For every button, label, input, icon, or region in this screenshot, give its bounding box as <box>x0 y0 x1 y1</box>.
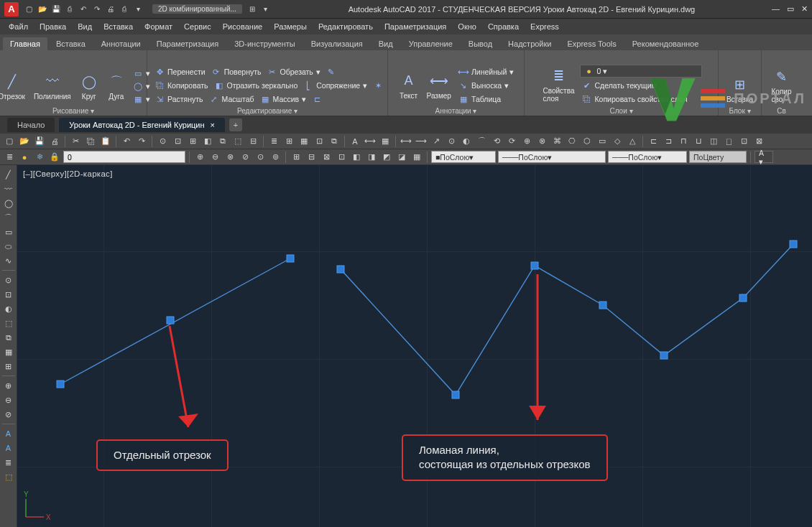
vt-icon[interactable]: ⬚ <box>2 317 15 330</box>
tb-icon[interactable]: ▭ <box>596 135 609 148</box>
tb-icon[interactable]: ⊙ <box>156 135 169 148</box>
tb-icon[interactable]: ⊗ <box>223 151 236 164</box>
color-combo[interactable]: ■ ПоСлою ▾ <box>431 151 496 163</box>
menu-insert[interactable]: Вставка <box>99 21 137 32</box>
vt-arc-icon[interactable]: ⌒ <box>2 211 15 224</box>
vt-ellipse-icon[interactable]: ⬭ <box>2 240 15 253</box>
mirror-button[interactable]: ◧Отразить зеркально <box>213 80 300 91</box>
copy-button[interactable]: ⿻Копировать <box>153 80 210 91</box>
rotate-button[interactable]: ⟳Повернуть <box>210 66 263 78</box>
plotstyle-combo[interactable]: ПоЦвету <box>689 151 747 163</box>
fillet-button[interactable]: ⎣Сопряжение ▾ <box>302 80 369 91</box>
grip[interactable] <box>337 266 344 273</box>
tb-icon[interactable]: ⊡ <box>171 135 184 148</box>
menu-format[interactable]: Формат <box>140 21 177 32</box>
tb-icon[interactable]: ⊡ <box>313 135 326 148</box>
tb-icon[interactable]: ◫ <box>707 135 720 148</box>
line-button[interactable]: ╱Отрезок <box>0 71 28 102</box>
menu-window[interactable]: Окно <box>453 21 481 32</box>
table-button[interactable]: ▦Таблица <box>457 93 515 105</box>
arc-button[interactable]: ⌒Дуга <box>104 71 129 102</box>
tb-icon[interactable]: ⊕ <box>193 151 206 164</box>
copy-props-button[interactable]: ✎Копир сво <box>769 66 795 105</box>
menu-edit[interactable]: Правка <box>35 21 70 32</box>
circle-button[interactable]: ◯Круг <box>77 71 101 102</box>
vt-icon[interactable]: ⊞ <box>2 360 15 373</box>
vt-icon[interactable]: ⊡ <box>2 288 15 301</box>
layer-dropdown[interactable]: ●0 ▾ <box>580 65 702 78</box>
maximize-icon[interactable]: ▭ <box>787 4 794 14</box>
line-segment[interactable] <box>60 258 290 384</box>
lineweight-combo[interactable]: ─── ПоСлою ▾ <box>608 151 687 163</box>
tb-icon[interactable]: ◇ <box>611 135 624 148</box>
trim-button[interactable]: ✂Обрезать ▾ <box>266 66 322 78</box>
move-button[interactable]: ✥Перенести <box>153 66 207 78</box>
tb-icon[interactable]: ⊘ <box>239 151 252 164</box>
tb-icon[interactable]: A <box>349 135 361 148</box>
tb-icon[interactable]: ⊏ <box>647 135 660 148</box>
tb-icon[interactable]: ⊖ <box>208 151 221 164</box>
ribbon-tab-param[interactable]: Параметризация <box>149 37 226 50</box>
grip[interactable] <box>167 317 174 324</box>
ribbon-tab-3d[interactable]: 3D-инструменты <box>227 37 303 50</box>
menu-express[interactable]: Express <box>526 21 563 32</box>
ribbon-tab-view[interactable]: Вид <box>372 37 400 50</box>
close-icon[interactable]: ✕ <box>801 4 808 14</box>
vt-pline-icon[interactable]: 〰 <box>2 182 15 195</box>
vt-spline-icon[interactable]: ∿ <box>2 254 15 267</box>
panel-annot-label[interactable]: Аннотации ▾ <box>435 105 477 115</box>
layer-tb-icon[interactable]: ≣ <box>3 151 16 164</box>
freeze-icon[interactable]: ❄ <box>33 151 46 164</box>
ribbon-tab-home[interactable]: Главная <box>3 37 47 50</box>
tb-icon[interactable]: ◐ <box>460 135 473 148</box>
tb-icon[interactable]: 🖨 <box>48 135 61 148</box>
tb-icon[interactable]: ◨ <box>365 151 378 164</box>
tb-icon[interactable]: ⧉ <box>216 135 229 148</box>
tb-icon[interactable]: ▢ <box>3 135 16 148</box>
ribbon-tab-addin[interactable]: Надстройки <box>501 37 558 50</box>
plot-icon[interactable]: ⎙ <box>119 4 130 15</box>
tb-icon[interactable]: ◪ <box>395 151 408 164</box>
vt-line-icon[interactable]: ╱ <box>2 168 15 181</box>
tb-icon[interactable]: ⊞ <box>186 135 199 148</box>
tb-icon[interactable]: ⬡ <box>581 135 594 148</box>
tb-icon[interactable]: ↗ <box>430 135 443 148</box>
make-current-button[interactable]: ✔Сделать текущим <box>580 80 702 91</box>
panel-props-label[interactable]: Св <box>777 105 786 115</box>
tab-new-button[interactable]: + <box>229 118 242 131</box>
tb-icon[interactable]: 💾 <box>33 135 46 148</box>
undo-icon[interactable]: ↶ <box>78 4 89 15</box>
polyline-button[interactable]: 〰Полилиния <box>31 71 74 102</box>
tb-icon[interactable]: ▦ <box>297 135 310 148</box>
workspace-selector[interactable]: 2D комбинированный... <box>152 4 242 14</box>
menu-help[interactable]: Справка <box>484 21 523 32</box>
menu-dimen[interactable]: Размеры <box>269 21 311 32</box>
tb-icon[interactable]: ◧ <box>350 151 363 164</box>
copy-layer-props-button[interactable]: ⿻Копировать свойства слоя <box>580 93 702 105</box>
tab-active-doc[interactable]: Уроки Автокад 2D - Евгений Курицин× <box>59 118 225 132</box>
vt-text-icon[interactable]: A <box>2 427 15 440</box>
tb-icon[interactable]: ▦ <box>410 151 423 164</box>
tb-icon[interactable]: ⌘ <box>550 135 563 148</box>
panel-layers-label[interactable]: Слои ▾ <box>609 105 632 115</box>
panel-draw-label[interactable]: Рисование ▾ <box>52 105 94 115</box>
menu-draw[interactable]: Рисование <box>218 21 267 32</box>
tb-icon[interactable]: ▦ <box>379 135 392 148</box>
ribbon-tab-annot[interactable]: Аннотации <box>94 37 148 50</box>
polyline[interactable] <box>341 244 793 395</box>
tb-icon[interactable]: ≣ <box>267 135 280 148</box>
tb-icon[interactable]: ⎕ <box>722 135 735 148</box>
tab-close-icon[interactable]: × <box>211 121 215 129</box>
tb-icon[interactable]: ⊠ <box>752 135 765 148</box>
ribbon-tab-insert[interactable]: Вставка <box>49 37 93 50</box>
linetype-combo[interactable]: ─── ПоСлою ▾ <box>498 151 606 163</box>
tb-icon[interactable]: ◩ <box>380 151 393 164</box>
tb-icon[interactable]: △ <box>626 135 639 148</box>
vt-icon[interactable]: ⧉ <box>2 331 15 344</box>
tb-icon[interactable]: ⊓ <box>677 135 690 148</box>
vt-icon[interactable]: ⊕ <box>2 379 15 392</box>
linear-dim-button[interactable]: ⟷Линейный ▾ <box>457 66 515 78</box>
print-icon[interactable]: 🖨 <box>105 4 116 15</box>
layer-current-field[interactable] <box>63 151 185 163</box>
save-icon[interactable]: 💾 <box>50 4 62 15</box>
